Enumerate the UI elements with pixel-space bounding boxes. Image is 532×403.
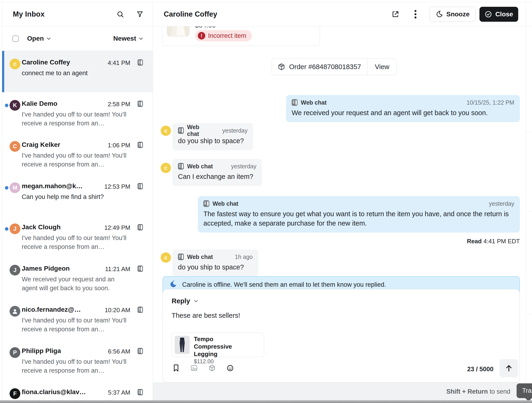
send-button[interactable] [500,359,518,377]
conversation-list-item-megan[interactable]: M megan.mahon@k… 12:53 PM Can you help m… [2,175,153,216]
unread-dot [5,227,8,231]
web-chat-channel-icon [138,101,143,107]
order-link[interactable]: Order #6848708018357 [272,59,367,75]
web-chat-channel-icon [178,127,184,134]
message-timestamp: 1h ago [228,254,253,260]
conversation-preview: I've handed you off to our team! You'll … [22,110,132,128]
unread-dot [5,186,8,189]
conversation-time: 12:53 PM [104,183,130,190]
emoji-icon[interactable] [226,364,234,372]
product-attachment-card[interactable]: Tempo Compressive Legging $112.00 [171,333,264,357]
conversation-list-item-nico[interactable]: nico.fernandez@… 10:20 AM I've handed yo… [2,298,153,340]
conversation-time: 10:20 AM [105,307,130,314]
conversation-header: Caroline Coffey Snooze Close [153,2,532,26]
web-chat-channel-icon [138,224,143,230]
avatar: K [10,100,20,111]
conversation-list-item-fiona[interactable]: F fiona.clarius@klav… 5:37 AM I've hande… [2,381,153,403]
chevron-down-icon [194,300,198,302]
conversation-name: nico.fernandez@… [22,306,81,313]
inbound-message: Web chat yesterday Can I exchange an ite… [172,159,262,186]
rail-section-divider [526,132,532,132]
helpdesk-app: My Inbox Open Newest [0,0,532,403]
conversation-list-item-kalie[interactable]: K Kalie Demo 2:58 PM I've handed you off… [2,92,153,133]
conversation-list: c Caroline Coffey 4:41 PM connect me to … [2,51,153,403]
select-all-checkbox[interactable] [12,36,19,42]
chevron-down-icon [139,37,143,40]
conversation-preview: I've handed you off to our team! You'll … [22,233,132,251]
conversation-preview: connect me to an agent [22,69,132,77]
offline-banner-text: Caroline is offline. We'll send them an … [182,280,386,289]
list-filter-row: Open Newest [2,27,153,51]
rail-section-divider [526,314,532,314]
composer-input[interactable]: These are best sellers! [172,312,475,319]
web-chat-channel-icon [178,163,184,170]
window-bottom-edge [0,400,532,403]
inbound-message: Web chat yesterday do you ship to space? [172,123,253,150]
customer-avatar: c [161,252,171,263]
moon-z-icon [436,11,443,18]
message-text: do you ship to space? [178,262,253,272]
avatar: M [10,182,20,193]
sort-dropdown[interactable]: Newest [113,35,143,42]
conversation-preview: I've handed you off to our team! You'll … [22,151,132,169]
order-item-card: $54.00 ! Incorrect item [162,26,320,46]
web-chat-channel-icon [178,254,184,260]
popout-icon[interactable] [391,9,400,19]
conversation-time: 1:06 PM [108,142,130,149]
check-circle-icon [485,11,492,18]
product-photo [167,26,190,36]
web-chat-channel-icon [292,99,298,106]
order-number: Order #6848708018357 [289,63,361,71]
avatar: C [10,141,20,152]
reply-mode-dropdown[interactable]: Reply [172,297,198,305]
package-icon [278,63,285,71]
alert-icon: ! [198,32,205,39]
order-view-button[interactable]: View [367,59,396,75]
conversation-name: Philipp Pliga [22,347,61,355]
conversation-list-item-james[interactable]: J James Pidgeon 11:21 AM We received you… [2,257,153,298]
message-text: We received your request and an agent wi… [292,108,514,117]
inbound-message: Web chat 1h ago do you ship to space? [172,249,258,277]
conversation-list-item-philipp[interactable]: P Philipp Pliga 6:56 AM I've handed you … [2,340,153,381]
status-filter-value: Open [27,35,44,42]
product-picker-icon[interactable] [208,364,216,372]
read-receipt: Read 4:41 PM EDT [467,238,520,245]
web-chat-channel-icon [138,307,143,313]
conversation-name: James Pidgeon [22,265,70,272]
search-icon[interactable] [116,10,125,19]
snooze-button[interactable]: Snooze [430,7,475,22]
customer-avatar: c [161,163,171,173]
product-title: Tempo Compressive Legging [194,335,252,358]
filter-icon[interactable] [135,10,144,19]
conversation-time: 6:56 AM [108,348,130,355]
web-chat-channel-icon [138,142,143,148]
conversation-time: 5:37 AM [108,389,130,396]
reply-composer: Reply These are best sellers! Tempo Comp… [163,289,520,383]
conversation-list-item-caroline[interactable]: c Caroline Coffey 4:41 PM connect me to … [2,51,153,92]
message-timestamp: yesterday [215,127,247,134]
trash-tooltip: Trash [517,383,532,398]
outbound-message: Web chat 10/15/25, 1:22 PM We received y… [286,95,520,122]
inbox-panel: My Inbox Open Newest [2,2,153,403]
close-button[interactable]: Close [480,7,518,22]
conversation-list-item-craig[interactable]: C Craig Kelker 1:06 PM I've handed you o… [2,133,153,175]
conversation-list-item-jack[interactable]: J Jack Clough 12:49 PM I've handed you o… [2,216,153,257]
overflow-menu-icon[interactable] [411,9,420,19]
status-filter-dropdown[interactable]: Open [27,35,51,42]
product-price: $112.00 [194,358,252,365]
inbox-header: My Inbox [2,2,153,26]
moon-z-icon [169,280,177,288]
bookmark-icon[interactable] [172,364,180,372]
conversation-preview: I've handed you off to our team! You'll … [22,357,132,375]
conversation-name: Craig Kelker [22,141,60,149]
avatar: c [10,59,20,69]
inbox-title: My Inbox [13,10,44,19]
message-timestamp: yesterday [482,200,514,207]
right-rail-divider [526,2,526,400]
message-timestamp: yesterday [224,163,256,170]
image-icon[interactable] [190,364,198,372]
chevron-down-icon [47,37,51,40]
send-shortcut-hint: Shift + Return to send [446,388,510,395]
web-chat-channel-icon [203,200,209,207]
customer-avatar: c [161,126,171,136]
